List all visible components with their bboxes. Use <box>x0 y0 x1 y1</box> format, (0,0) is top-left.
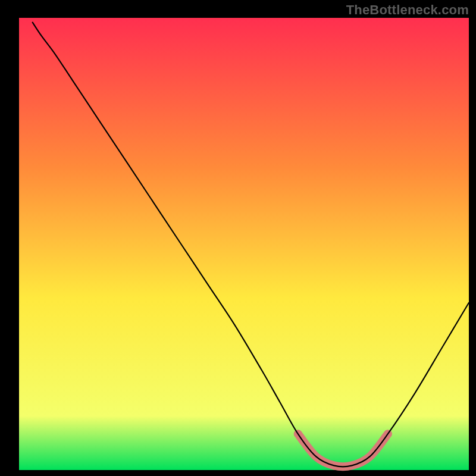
chart-frame: TheBottleneck.com <box>0 0 476 476</box>
plot-background <box>19 18 469 470</box>
bottleneck-chart <box>0 0 476 476</box>
watermark-text: TheBottleneck.com <box>346 2 469 18</box>
